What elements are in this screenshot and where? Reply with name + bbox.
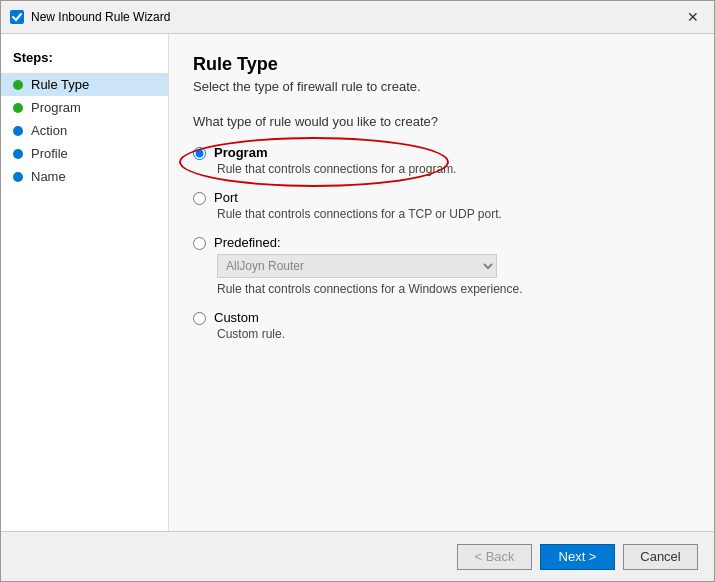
option-desc-custom: Custom rule. bbox=[217, 327, 690, 341]
titlebar-title: New Inbound Rule Wizard bbox=[31, 10, 680, 24]
option-desc-program: Rule that controls connections for a pro… bbox=[217, 162, 456, 176]
option-desc-port: Rule that controls connections for a TCP… bbox=[217, 207, 690, 221]
sidebar-item-label: Profile bbox=[31, 146, 68, 161]
dot-icon bbox=[13, 126, 23, 136]
predefined-select[interactable]: AllJoyn Router bbox=[217, 254, 497, 278]
wizard-window: New Inbound Rule Wizard ✕ Steps: Rule Ty… bbox=[0, 0, 715, 582]
radio-program[interactable] bbox=[193, 147, 206, 160]
main-content: Rule Type Select the type of firewall ru… bbox=[169, 34, 714, 531]
sidebar-item-action[interactable]: Action bbox=[1, 119, 168, 142]
sidebar-item-label: Action bbox=[31, 123, 67, 138]
sidebar-item-program[interactable]: Program bbox=[1, 96, 168, 119]
option-label-custom[interactable]: Custom bbox=[214, 310, 259, 325]
sidebar-item-label: Name bbox=[31, 169, 66, 184]
rule-options: Program Rule that controls connections f… bbox=[193, 145, 690, 515]
sidebar-title: Steps: bbox=[1, 50, 168, 73]
option-group-port: Port Rule that controls connections for … bbox=[193, 190, 690, 221]
sidebar-item-profile[interactable]: Profile bbox=[1, 142, 168, 165]
option-group-custom: Custom Custom rule. bbox=[193, 310, 690, 341]
option-group-predefined: Predefined: AllJoyn Router Rule that con… bbox=[193, 235, 690, 296]
predefined-dropdown-container: AllJoyn Router bbox=[217, 254, 690, 278]
option-row-program: Program bbox=[193, 145, 456, 160]
option-desc-predefined: Rule that controls connections for a Win… bbox=[217, 282, 690, 296]
option-label-predefined[interactable]: Predefined: bbox=[214, 235, 281, 250]
close-button[interactable]: ✕ bbox=[680, 7, 706, 27]
next-button[interactable]: Next > bbox=[540, 544, 615, 570]
sidebar-item-label: Rule Type bbox=[31, 77, 89, 92]
radio-custom[interactable] bbox=[193, 312, 206, 325]
sidebar-item-rule-type[interactable]: Rule Type bbox=[1, 73, 168, 96]
cancel-button[interactable]: Cancel bbox=[623, 544, 698, 570]
titlebar: New Inbound Rule Wizard ✕ bbox=[1, 1, 714, 34]
page-subtitle: Select the type of firewall rule to crea… bbox=[193, 79, 690, 94]
option-row-predefined: Predefined: bbox=[193, 235, 690, 250]
content-area: Steps: Rule Type Program Action Profile … bbox=[1, 34, 714, 531]
option-label-program[interactable]: Program bbox=[214, 145, 267, 160]
sidebar-item-label: Program bbox=[31, 100, 81, 115]
back-button[interactable]: < Back bbox=[457, 544, 532, 570]
question-text: What type of rule would you like to crea… bbox=[193, 114, 690, 129]
dot-icon bbox=[13, 103, 23, 113]
titlebar-icon bbox=[9, 9, 25, 25]
dot-icon bbox=[13, 149, 23, 159]
sidebar: Steps: Rule Type Program Action Profile … bbox=[1, 34, 169, 531]
option-row-custom: Custom bbox=[193, 310, 690, 325]
dot-icon bbox=[13, 80, 23, 90]
dot-icon bbox=[13, 172, 23, 182]
option-label-port[interactable]: Port bbox=[214, 190, 238, 205]
footer: < Back Next > Cancel bbox=[1, 531, 714, 581]
radio-port[interactable] bbox=[193, 192, 206, 205]
page-title: Rule Type bbox=[193, 54, 690, 75]
radio-predefined[interactable] bbox=[193, 237, 206, 250]
sidebar-item-name[interactable]: Name bbox=[1, 165, 168, 188]
option-group-program: Program Rule that controls connections f… bbox=[193, 145, 690, 176]
option-row-port: Port bbox=[193, 190, 690, 205]
